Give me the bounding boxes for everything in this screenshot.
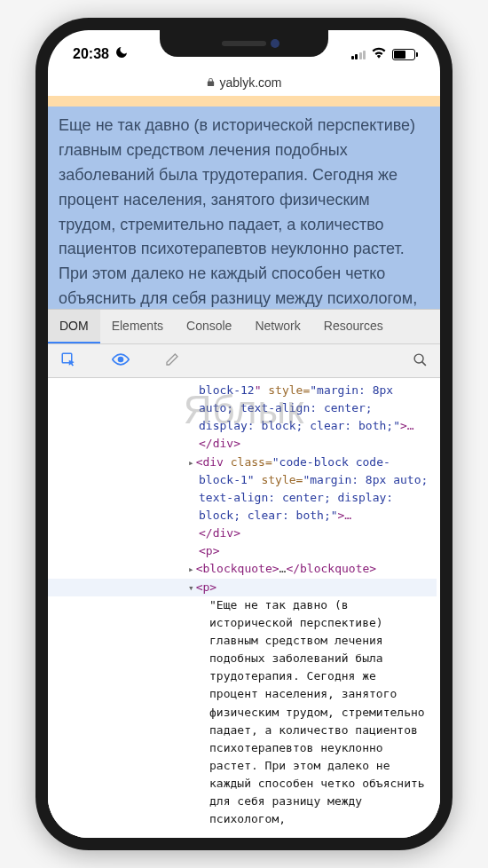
moon-icon (114, 45, 129, 63)
tab-resources[interactable]: Resources (312, 310, 395, 343)
phone-screen: 20:38 yablyk.com Еще не так (48, 30, 440, 838)
dom-tree[interactable]: Яблык block-12" style="margin: 8px auto;… (48, 378, 440, 838)
battery-icon (392, 49, 415, 60)
tab-console[interactable]: Console (175, 310, 243, 343)
lock-icon (206, 77, 216, 89)
dom-node-p-empty[interactable]: <p> (48, 542, 437, 560)
content-area: Еще не так давно (в исторической перспек… (48, 96, 440, 838)
eye-icon[interactable] (112, 353, 130, 368)
wifi-icon (371, 46, 387, 62)
search-icon[interactable] (413, 352, 428, 370)
svg-point-1 (119, 358, 123, 362)
address-bar[interactable]: yablyk.com (48, 69, 440, 96)
phone-frame: 20:38 yablyk.com Еще не так (35, 18, 453, 850)
pencil-icon[interactable] (165, 352, 179, 369)
selected-paragraph[interactable]: Еще не так давно (в исторической перспек… (48, 107, 440, 313)
devtools-tabs: DOM Elements Console Network Resources (48, 310, 440, 344)
devtools-toolbar (48, 344, 440, 378)
phone-notch (160, 30, 328, 57)
address-domain: yablyk.com (219, 75, 281, 90)
tab-network[interactable]: Network (243, 310, 311, 343)
svg-point-2 (414, 354, 423, 363)
dom-text-node[interactable]: "Еще не так давно (в исторической перспе… (48, 596, 437, 829)
dom-node-div-12[interactable]: block-12" style="margin: 8px auto; text-… (48, 382, 437, 454)
signal-icon (351, 49, 366, 59)
devtools-panel: DOM Elements Console Network Resources (48, 309, 440, 838)
tab-dom[interactable]: DOM (48, 310, 100, 343)
status-time: 20:38 (73, 46, 109, 62)
dom-node-div-1[interactable]: ▸<div class="code-block code-block-1" st… (48, 454, 437, 543)
dom-node-p-current[interactable]: ▾<p> (48, 579, 437, 596)
highlight-margin (48, 96, 440, 107)
webpage-preview[interactable]: Еще не так давно (в исторической перспек… (48, 96, 440, 309)
dom-node-blockquote[interactable]: ▸<blockquote>…</blockquote> (48, 560, 437, 578)
tab-elements[interactable]: Elements (100, 310, 175, 343)
inspect-icon[interactable] (60, 351, 76, 370)
